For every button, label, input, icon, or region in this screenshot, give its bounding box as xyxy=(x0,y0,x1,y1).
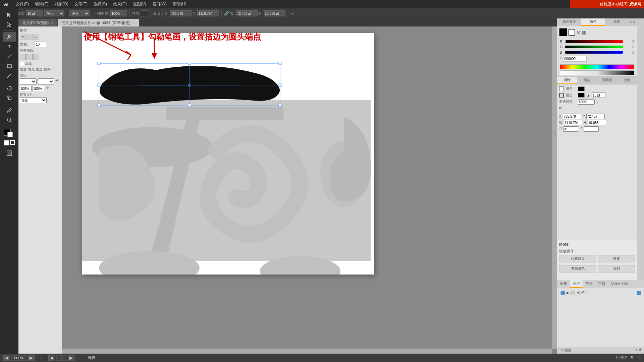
dash-label[interactable]: 虚线 xyxy=(20,61,60,66)
rotate-tool[interactable] xyxy=(3,83,16,93)
tab-stroke[interactable]: 描边 xyxy=(577,77,597,84)
tab-1[interactable]: 元旦(RGB/预览) ✕ xyxy=(18,19,58,26)
x-input[interactable] xyxy=(170,10,192,16)
add-anchor-btn[interactable]: + xyxy=(20,34,26,40)
y-input[interactable] xyxy=(197,10,219,16)
menu-file[interactable]: 文件(F) xyxy=(13,1,32,8)
transform-icon[interactable]: ⊡ xyxy=(157,12,160,15)
panel-toggle-icon[interactable]: ⊞ xyxy=(638,356,641,360)
hex-color-input[interactable] xyxy=(563,56,587,62)
brush-tool[interactable] xyxy=(3,71,16,80)
profile-select[interactable]: 等比 xyxy=(20,97,47,103)
align-inner-btn[interactable] xyxy=(26,54,33,60)
stroke-color-box[interactable] xyxy=(578,93,585,98)
tab-char[interactable]: 字符 xyxy=(595,280,608,288)
fx-label[interactable]: fx xyxy=(559,106,562,110)
new-layer-icon[interactable]: + xyxy=(635,348,637,353)
scale-input-2[interactable] xyxy=(33,86,44,91)
tab-color[interactable]: 颜色 xyxy=(581,18,605,26)
align-center-btn[interactable] xyxy=(20,54,26,60)
tab-2[interactable]: 元旦是只猫源文件.ai @ 100% (RGB/预览) ✕ xyxy=(58,19,139,26)
layer-name[interactable]: 图层 1 xyxy=(577,290,587,295)
h-coord-input[interactable] xyxy=(588,120,606,125)
lock-scale-icon[interactable]: 🔗 xyxy=(45,86,49,91)
zoom-tool[interactable] xyxy=(3,115,16,125)
arrow-end-select[interactable]: — xyxy=(38,78,54,84)
b-slider[interactable] xyxy=(565,51,623,54)
menu-help[interactable]: 帮助(H) xyxy=(170,1,189,8)
menu-view[interactable]: 视图(V) xyxy=(130,1,149,8)
arrange-btn[interactable]: 排列 xyxy=(598,265,635,273)
arrow-start-select[interactable]: — xyxy=(20,78,37,84)
layer-expand-icon[interactable]: ▶ xyxy=(567,291,569,295)
stroke-ratio-select[interactable]: 等比 xyxy=(44,10,64,16)
opacity-arrow-icon[interactable]: › xyxy=(597,100,598,104)
tab-color-ref[interactable]: 颜色参考 xyxy=(557,18,581,26)
direct-selection-tool[interactable] xyxy=(3,20,16,29)
tab-properties[interactable]: 属性 xyxy=(557,77,577,84)
tab-opentype[interactable]: OpenType xyxy=(608,280,631,288)
join-btn[interactable]: 连接 xyxy=(598,255,635,262)
stroke-style-select[interactable]: 基本 xyxy=(69,10,90,16)
more-tools-icon[interactable]: ≫ xyxy=(290,12,294,15)
menu-object[interactable]: 对象(O) xyxy=(52,1,71,8)
menu-effect[interactable]: 效果(C) xyxy=(110,1,129,8)
recolor-btn[interactable]: 重新着色 xyxy=(559,265,596,273)
convert-anchor-btn[interactable]: ⌄ xyxy=(33,34,39,40)
stroke-up-icon[interactable]: ▲ xyxy=(587,94,590,97)
tab-appearance[interactable]: 外观 xyxy=(605,18,629,26)
stroke-box[interactable] xyxy=(10,140,15,145)
rotate-input[interactable] xyxy=(563,126,578,132)
color-grayscale-bar[interactable] xyxy=(560,70,634,75)
g-slider[interactable] xyxy=(565,46,623,48)
tab-path[interactable]: 路径 xyxy=(583,280,595,288)
background-color[interactable] xyxy=(7,132,13,137)
h-input[interactable] xyxy=(264,10,285,16)
r-slider[interactable] xyxy=(565,40,623,43)
fill-box[interactable] xyxy=(4,140,9,145)
rect-tool[interactable] xyxy=(3,61,16,71)
y-coord-input[interactable] xyxy=(586,114,605,119)
artboard-num-input[interactable] xyxy=(56,355,66,361)
fill-color-swatch[interactable] xyxy=(559,28,567,36)
tab-transparency[interactable]: 透明度 xyxy=(597,77,617,84)
change-screen-mode[interactable] xyxy=(3,148,16,158)
layer-visibility-eye[interactable] xyxy=(560,291,565,295)
zoom-out-btn[interactable]: ◀ xyxy=(3,355,10,361)
w-input[interactable] xyxy=(236,10,258,16)
opacity-prop-input[interactable] xyxy=(578,99,595,105)
grid-icon[interactable]: ⊞ xyxy=(153,12,156,15)
align-outer-btn[interactable] xyxy=(33,54,39,60)
prev-artboard-btn[interactable]: ◀ xyxy=(48,355,55,361)
stroke-size-prop[interactable] xyxy=(592,93,605,98)
selection-tool[interactable] xyxy=(3,10,16,19)
menu-edit[interactable]: 编辑(E) xyxy=(32,1,51,8)
pen-tool[interactable] xyxy=(3,32,16,42)
constraint-input[interactable] xyxy=(35,41,46,47)
line-tool[interactable] xyxy=(3,52,16,61)
color-swatches[interactable] xyxy=(3,129,15,139)
scale-input-1[interactable] xyxy=(20,86,32,91)
type-tool[interactable]: T xyxy=(3,42,16,51)
stroke-color-swatch[interactable] xyxy=(569,29,575,36)
zoom-in-btn[interactable]: ▶ xyxy=(28,355,35,361)
menu-text[interactable]: 文字(T) xyxy=(72,1,90,8)
panel-menu-icon[interactable]: ≡ xyxy=(630,20,632,24)
fill-color-box[interactable] xyxy=(578,86,585,91)
w-coord-input[interactable] xyxy=(564,120,582,125)
search-status-icon[interactable]: 🔍 xyxy=(630,356,635,360)
zoom-input[interactable] xyxy=(11,355,26,361)
lock-ratio-icon[interactable]: 🔗 xyxy=(224,11,229,16)
vertical-scrollbar[interactable] xyxy=(552,26,557,349)
dash-checkbox[interactable] xyxy=(20,62,24,66)
scale-tool[interactable] xyxy=(3,93,16,103)
tab-1-close[interactable]: ✕ xyxy=(51,21,53,24)
style-swatch[interactable] xyxy=(141,10,148,16)
remove-anchor-btn[interactable]: − xyxy=(26,34,33,40)
color-spectrum-bar[interactable] xyxy=(560,64,634,69)
flip-icon[interactable]: ⇄ xyxy=(55,78,58,84)
delete-layer-icon[interactable]: 🗑 xyxy=(639,348,642,353)
tab-2-close[interactable]: ✕ xyxy=(132,21,135,24)
menu-window[interactable]: 窗口(W) xyxy=(150,1,169,8)
gradient-icon[interactable]: ▦ xyxy=(582,29,586,35)
